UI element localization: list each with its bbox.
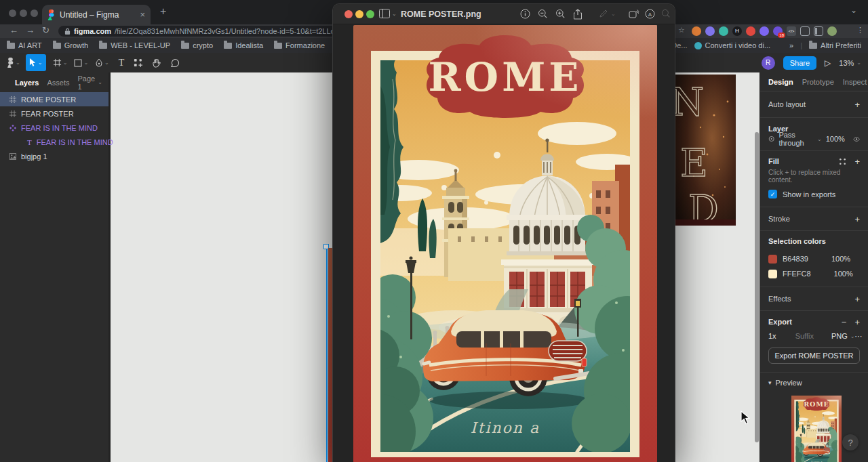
bookmark-folder[interactable]: Idealista	[224, 41, 263, 49]
hand-tool-button[interactable]	[152, 58, 161, 68]
layer-opacity-input[interactable]: 100%	[826, 135, 845, 143]
back-icon[interactable]: ←	[9, 25, 18, 35]
info-icon[interactable]	[520, 9, 530, 22]
text-tool-button[interactable]: T	[119, 58, 125, 68]
export-button[interactable]: Export ROME POSTER	[768, 348, 860, 364]
bookmark-folder[interactable]: Formazione	[274, 41, 325, 49]
preview-close-button[interactable]	[344, 10, 353, 18]
export-scale-select[interactable]: 1x	[768, 332, 776, 340]
zoom-out-icon[interactable]	[538, 9, 548, 22]
add-fill-button[interactable]: +	[854, 156, 860, 167]
tab-design[interactable]: Design	[768, 78, 793, 86]
frame-tool-button[interactable]: ⌄	[53, 58, 68, 67]
extension-icon[interactable]	[746, 26, 755, 36]
present-button[interactable]: ▷	[825, 58, 831, 68]
shape-tool-button[interactable]: ⌄	[74, 59, 88, 67]
tab-assets[interactable]: Assets	[47, 79, 69, 87]
sidebar-toggle-icon[interactable]	[814, 26, 823, 36]
bookmark-folder[interactable]: Growth	[53, 41, 88, 49]
chevron-down-icon[interactable]: ⌄	[392, 11, 397, 17]
collapse-triangle-icon[interactable]: ▾	[768, 379, 772, 386]
other-bookmarks-folder[interactable]: Altri Preferiti	[809, 41, 861, 49]
puzzle-extensions-icon[interactable]	[800, 26, 810, 36]
profile-avatar[interactable]	[827, 26, 837, 36]
pen-tool-button[interactable]: ⌄	[95, 58, 109, 67]
remove-export-button[interactable]: −	[842, 317, 847, 327]
color-opacity[interactable]: 100%	[834, 270, 853, 278]
reload-icon[interactable]: ↻	[42, 25, 50, 35]
layer-row-fear-component[interactable]: FEAR IS IN THE MIND	[0, 121, 108, 135]
fear-poster-canvas-object[interactable]: N E D	[673, 75, 736, 226]
add-auto-layout-button[interactable]: +	[854, 100, 860, 110]
extension-icon[interactable]	[705, 26, 715, 36]
blend-mode-select[interactable]: Pass through	[778, 131, 813, 147]
zoom-control[interactable]: 13%⌄	[839, 59, 861, 67]
extension-icon[interactable]	[719, 26, 728, 36]
layer-row-fear-text[interactable]: T FEAR IS IN THE MIND	[0, 135, 108, 149]
tab-inspect[interactable]: Inspect	[843, 78, 867, 86]
styles-grid-icon[interactable]	[839, 158, 846, 165]
window-minimize-button[interactable]	[20, 9, 27, 17]
tab-overflow-chevron-icon[interactable]: ⌄	[850, 5, 857, 15]
resources-tool-button[interactable]	[134, 58, 142, 67]
extension-icon[interactable]	[760, 26, 769, 36]
tab-prototype[interactable]: Prototype	[802, 78, 834, 86]
highlight-circle-icon[interactable]: A	[645, 9, 655, 22]
bookmark-folder[interactable]: crypto	[181, 41, 213, 49]
browser-tab[interactable]: Untitled – Figma ×	[42, 5, 151, 24]
preview-sidebar-icon[interactable]	[379, 9, 390, 21]
preview-titlebar[interactable]: ⌄ ROME POSTER.png ⌄ A	[333, 4, 675, 24]
show-in-exports-checkbox[interactable]: ✓	[768, 190, 777, 198]
color-hex[interactable]: FFEFC8	[783, 270, 811, 278]
bookmark-star-icon[interactable]: ☆	[678, 26, 685, 35]
tab-layers[interactable]: Layers	[15, 79, 39, 87]
window-close-button[interactable]	[9, 9, 16, 17]
window-zoom-button[interactable]	[31, 9, 38, 17]
new-tab-button[interactable]: +	[160, 5, 166, 18]
extension-icon[interactable]: </>	[787, 26, 796, 36]
share-button[interactable]: Share	[783, 56, 816, 70]
bookmarks-overflow-icon[interactable]: »	[789, 41, 793, 49]
markup-pencil-icon[interactable]	[599, 9, 608, 21]
page-selector[interactable]: Page 1⌄	[78, 75, 102, 91]
color-hex[interactable]: B64839	[783, 255, 808, 263]
comment-tool-button[interactable]	[170, 58, 180, 68]
tab-close-icon[interactable]: ×	[140, 10, 145, 19]
lock-icon	[64, 28, 71, 35]
extension-icon[interactable]: 18	[773, 26, 783, 36]
share-icon[interactable]	[573, 9, 583, 22]
zoom-in-icon[interactable]	[555, 9, 566, 22]
preview-minimize-button[interactable]	[355, 10, 363, 18]
layer-row-fear-poster[interactable]: FEAR POSTER	[0, 106, 108, 121]
help-button[interactable]: ?	[842, 434, 859, 450]
bookmark-folder[interactable]: WEB - LEVEL-UP	[99, 41, 170, 49]
move-tool-button[interactable]: ⌄	[26, 54, 46, 71]
preview-app-window[interactable]: ⌄ ROME POSTER.png ⌄ A	[332, 3, 675, 462]
user-avatar[interactable]: R	[762, 56, 775, 70]
bookmark-folder[interactable]: AI ART	[7, 41, 42, 49]
layer-row-bigjpg[interactable]: bigjpg 1	[0, 149, 108, 163]
layer-row-rome-poster[interactable]: ROME POSTER	[0, 92, 108, 106]
extension-icon[interactable]	[692, 26, 701, 36]
bookmark-item[interactable]: Converti i video di...	[694, 41, 771, 49]
selection-color-row[interactable]: B64839 100%	[768, 251, 860, 266]
extension-icon[interactable]: H	[732, 26, 742, 36]
color-swatch[interactable]	[768, 270, 777, 278]
add-stroke-button[interactable]: +	[854, 214, 860, 224]
export-more-icon[interactable]: ⋯	[854, 332, 863, 341]
export-suffix-input[interactable]: Suffix	[795, 332, 814, 340]
add-export-button[interactable]: +	[854, 317, 860, 327]
canvas-scrollbar[interactable]	[755, 132, 759, 442]
forward-icon[interactable]: →	[26, 25, 35, 35]
color-opacity[interactable]: 100%	[831, 255, 850, 263]
eye-icon[interactable]	[853, 136, 860, 142]
color-swatch[interactable]	[768, 255, 777, 264]
search-icon[interactable]	[661, 9, 671, 21]
selection-color-row[interactable]: FFEFC8 100%	[768, 266, 860, 281]
preview-zoom-button[interactable]	[366, 10, 374, 18]
chrome-menu-icon[interactable]: ⋮	[856, 26, 864, 35]
export-format-select[interactable]: PNG⌄	[831, 332, 855, 340]
add-effect-button[interactable]: +	[854, 294, 860, 304]
main-menu-button[interactable]: ⌄	[7, 58, 20, 68]
rotate-icon[interactable]	[629, 9, 639, 21]
